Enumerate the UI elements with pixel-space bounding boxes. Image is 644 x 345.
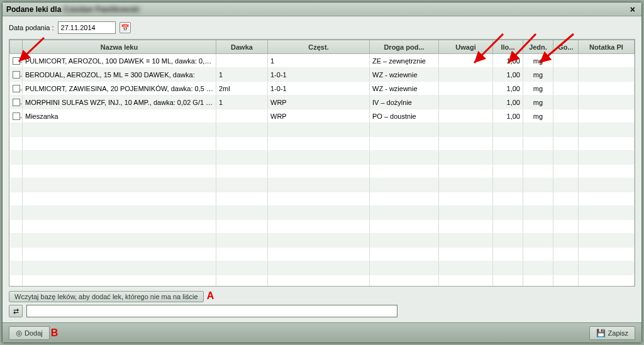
date-label: Data podania : [9, 24, 54, 31]
table-row[interactable]: PULMICORT, ZAWIESINA, 20 POJEMNIKÓW, daw… [10, 82, 635, 96]
table-row [10, 137, 635, 151]
cell-name: Mieszanka [23, 109, 216, 123]
cell-pi [579, 109, 635, 123]
cell-freq: WRP [268, 109, 370, 123]
below-grid: Wczytaj bazę leków, aby dodać lek, które… [9, 290, 635, 302]
col-unit[interactable]: Jedn. [523, 40, 553, 54]
table-row [10, 123, 635, 137]
swap-glyph: ⇄ [13, 307, 19, 315]
cell-unit: mg [523, 68, 553, 82]
cell-notes [439, 68, 493, 82]
table-row[interactable]: PULMICORT, AEROZOL, 100 DAWEK = 10 ML, d… [10, 54, 635, 68]
cell-qty: 1,00 [493, 96, 523, 109]
cell-notes [439, 96, 493, 109]
titlebar: Podane leki dla Czesław Pawlikowski × [3, 3, 641, 16]
cell-freq: WRP [268, 96, 370, 109]
date-input[interactable] [58, 21, 116, 34]
cell-freq: 1-0-1 [268, 82, 370, 96]
table-row [10, 248, 635, 261]
cell-pi [579, 96, 635, 109]
table-row [10, 165, 635, 178]
add-button[interactable]: ◎ Dodaj [9, 326, 50, 340]
cell-route: WZ - wziewnie [370, 68, 439, 82]
swap-icon[interactable]: ⇄ [9, 305, 23, 317]
cell-hour [553, 96, 579, 109]
header-row: Nazwa leku Dawka Częst. Droga pod... Uwa… [10, 40, 635, 54]
cell-qty: 1,00 [493, 54, 523, 68]
col-check[interactable] [10, 40, 23, 54]
table-row[interactable]: MORPHINI SULFAS WZF, INJ., 10 AMP., dawk… [10, 96, 635, 109]
table-row [10, 220, 635, 234]
row-checkbox[interactable] [13, 112, 20, 120]
patient-name-blurred: Czesław Pawlikowski [64, 5, 140, 14]
title-prefix: Podane leki dla [6, 5, 61, 14]
annotation-A: A [207, 290, 214, 301]
table-row [10, 234, 635, 248]
annotation-B: B [51, 327, 58, 339]
table-row [10, 192, 635, 206]
save-label: Zapisz [608, 329, 628, 337]
table-row [10, 206, 635, 220]
col-pi[interactable]: Notatka PI [579, 40, 635, 54]
cell-route: IV – dożylnie [370, 96, 439, 109]
cell-notes [439, 109, 493, 123]
col-freq[interactable]: Częst. [268, 40, 370, 54]
cell-route: WZ - wziewnie [370, 82, 439, 96]
col-route[interactable]: Droga pod... [370, 40, 439, 54]
cell-dose: 1 [216, 68, 268, 82]
table-row [10, 261, 635, 275]
cell-pi [579, 54, 635, 68]
cell-unit: mg [523, 96, 553, 109]
table-row [10, 178, 635, 192]
row-checkbox[interactable] [13, 71, 20, 79]
table-row [10, 275, 635, 287]
cell-route: ZE – zewnętrznie [370, 54, 439, 68]
cell-notes [439, 54, 493, 68]
cell-pi [579, 82, 635, 96]
cell-freq: 1-0-1 [268, 68, 370, 82]
cell-name: PULMICORT, ZAWIESINA, 20 POJEMNIKÓW, daw… [23, 82, 216, 96]
save-icon: 💾 [596, 329, 606, 337]
cell-notes [439, 82, 493, 96]
col-name[interactable]: Nazwa leku [23, 40, 216, 54]
col-notes[interactable]: Uwagi [439, 40, 493, 54]
cell-hour [553, 54, 579, 68]
cell-unit: mg [523, 54, 553, 68]
table-row [10, 151, 635, 165]
grid: Nazwa leku Dawka Częst. Droga pod... Uwa… [9, 39, 635, 287]
close-icon[interactable]: × [628, 4, 638, 14]
search-row: ⇄ [9, 305, 635, 317]
row-checkbox[interactable] [13, 85, 20, 92]
cell-qty: 1,00 [493, 68, 523, 82]
cell-pi [579, 68, 635, 82]
cell-hour [553, 68, 579, 82]
calendar-glyph: 📅 [121, 24, 130, 32]
cell-qty: 1,00 [493, 82, 523, 96]
cell-name: MORPHINI SULFAS WZF, INJ., 10 AMP., dawk… [23, 96, 216, 109]
col-qty[interactable]: Ilo... [493, 40, 523, 54]
save-button[interactable]: 💾 Zapisz [589, 326, 635, 340]
calendar-icon[interactable]: 📅 [119, 22, 131, 33]
row-checkbox[interactable] [13, 99, 20, 106]
cell-qty: 1,00 [493, 109, 523, 123]
row-checkbox[interactable] [13, 57, 20, 65]
cell-freq: 1 [268, 54, 370, 68]
table-row[interactable]: MieszankaWRPPO – doustnie1,00mg [10, 109, 635, 123]
cell-name: BERODUAL, AEROZOL, 15 ML = 300 DAWEK, da… [23, 68, 216, 82]
cell-hour [553, 109, 579, 123]
cell-dose: 1 [216, 96, 268, 109]
search-input[interactable] [26, 305, 397, 317]
col-hour[interactable]: Go... [553, 40, 579, 54]
cell-dose [216, 54, 268, 68]
col-dose[interactable]: Dawka [216, 40, 268, 54]
cell-unit: mg [523, 82, 553, 96]
load-drug-db-button[interactable]: Wczytaj bazę leków, aby dodać lek, które… [9, 291, 204, 302]
cell-name: PULMICORT, AEROZOL, 100 DAWEK = 10 ML, d… [23, 54, 216, 68]
cell-dose: 2ml [216, 82, 268, 96]
table-row[interactable]: BERODUAL, AEROZOL, 15 ML = 300 DAWEK, da… [10, 68, 635, 82]
add-label: Dodaj [25, 329, 43, 337]
toolbar: Data podania : 📅 [3, 16, 641, 38]
plus-icon: ◎ [16, 329, 22, 337]
dialog-window: Podane leki dla Czesław Pawlikowski × Da… [2, 2, 642, 343]
cell-unit: mg [523, 109, 553, 123]
